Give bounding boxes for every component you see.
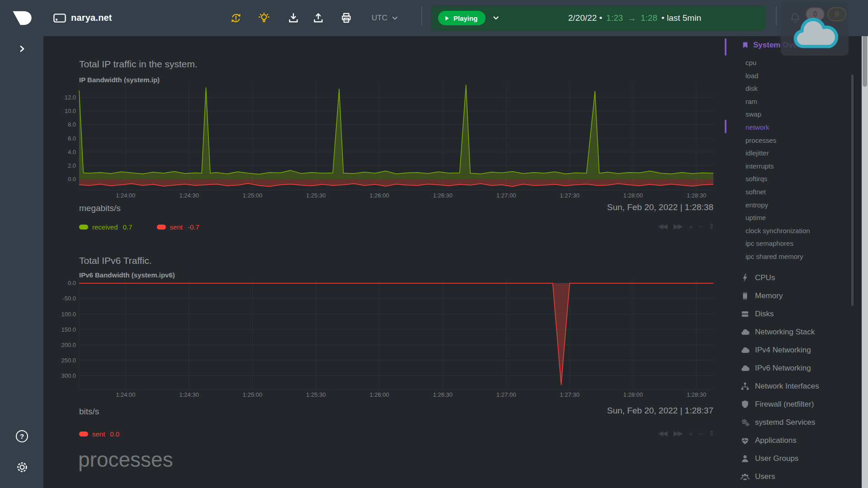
- sidebar-section-label: Users: [755, 472, 775, 481]
- svg-text:1:28:30: 1:28:30: [687, 192, 706, 199]
- svg-text:1:27:30: 1:27:30: [560, 192, 579, 199]
- chevron-down-icon: [493, 16, 499, 20]
- upload-icon[interactable]: [312, 12, 325, 24]
- sidebar-section-ipv6-networking[interactable]: IPv6 Networking: [740, 359, 819, 377]
- hostname-group[interactable]: narya.net: [53, 13, 112, 23]
- sidebar-section-firewall-netfilter-[interactable]: Firewall (netfilter): [740, 395, 819, 413]
- lightbulb-icon[interactable]: [258, 12, 270, 24]
- legend-item-sent[interactable]: sent-0.7: [157, 223, 199, 231]
- sidebar-section-user-groups[interactable]: User Groups: [740, 450, 819, 468]
- sidebar-section-cpus[interactable]: CPUs: [740, 269, 819, 287]
- sidebar-section-label: User Groups: [755, 454, 798, 463]
- skip-forward-icon[interactable]: ▶▶: [674, 429, 682, 437]
- range-start: 1:23: [606, 13, 623, 23]
- svg-text:-150.0: -150.0: [61, 326, 76, 333]
- zoom-out-icon[interactable]: −: [699, 223, 702, 230]
- sidebar-item-interrupts[interactable]: interrupts: [745, 160, 810, 173]
- zoom-in-icon[interactable]: +: [689, 223, 692, 230]
- expand-sidebar-chevron-icon[interactable]: [19, 45, 26, 52]
- sidebar-item-load[interactable]: load: [745, 70, 810, 83]
- sidebar-section-label: systemd Services: [755, 418, 815, 427]
- svg-text:1:27:00: 1:27:00: [496, 391, 516, 398]
- sidebar-section-ipv4-networking[interactable]: IPv4 Networking: [740, 341, 819, 359]
- chart-unit-label: megabits/s: [79, 203, 121, 213]
- legend-swatch: [157, 225, 166, 230]
- print-icon[interactable]: [340, 12, 353, 24]
- arrow-right-icon: →: [627, 13, 637, 23]
- svg-text:1:25:30: 1:25:30: [306, 391, 326, 398]
- settings-gear-icon[interactable]: [15, 460, 29, 474]
- sidebar-item-ipc-shared-memory[interactable]: ipc shared memory: [745, 250, 810, 263]
- sidebar-item-uptime[interactable]: uptime: [745, 211, 810, 225]
- timeframe-picker[interactable]: Playing 2/20/22 • 1:23 → 1:28 • last 5mi…: [431, 6, 765, 30]
- help-icon[interactable]: ?: [16, 430, 28, 442]
- legend-swatch: [79, 432, 88, 436]
- svg-text:-200.0: -200.0: [61, 342, 76, 348]
- svg-text:1:27:00: 1:27:00: [496, 192, 516, 199]
- heart-pulse-icon: [740, 436, 750, 446]
- ipv6-bandwidth-chart[interactable]: 0.0-50.0-100.0-150.0-200.0-250.0-300.01:…: [61, 280, 714, 399]
- active-section-accent-bar: [725, 38, 726, 56]
- sidebar-item-entropy[interactable]: entropy: [745, 199, 810, 212]
- shield-icon: [740, 399, 750, 409]
- play-state-button[interactable]: Playing: [438, 11, 486, 25]
- netdata-logo-icon[interactable]: [11, 8, 33, 28]
- sidebar-section-list: CPUsMemoryDisksNetworking StackIPv4 Netw…: [740, 269, 819, 486]
- chart-title: Total IPv6 Traffic.: [79, 255, 152, 266]
- sidebar-item-cpu[interactable]: cpu: [745, 56, 810, 70]
- sidebar-section-disks[interactable]: Disks: [740, 305, 819, 323]
- skip-backward-icon[interactable]: ◀◀: [658, 429, 667, 437]
- chart-toolbar: ◀◀▶▶+−⇕: [658, 222, 713, 230]
- zoom-out-icon[interactable]: −: [699, 430, 702, 437]
- svg-text:8.0: 8.0: [68, 121, 76, 128]
- svg-text:12.0: 12.0: [65, 94, 76, 101]
- skip-forward-icon[interactable]: ▶▶: [674, 222, 682, 230]
- sidebar-section-users[interactable]: Users: [740, 468, 819, 486]
- resize-icon[interactable]: ⇕: [708, 222, 713, 230]
- play-options-chevron[interactable]: [493, 16, 499, 20]
- sidebar-section-systemd-services[interactable]: systemd Services: [740, 413, 819, 432]
- legend-item-sent[interactable]: sent0.0: [79, 430, 119, 438]
- svg-text:1:24:30: 1:24:30: [179, 192, 199, 199]
- zoom-in-icon[interactable]: +: [689, 430, 692, 437]
- timezone-selector[interactable]: UTC: [372, 14, 398, 23]
- sidebar-section-label: Applications: [755, 436, 797, 445]
- sidebar-item-processes[interactable]: processes: [745, 134, 810, 147]
- sidebar-section-network-interfaces[interactable]: Network Interfaces: [740, 377, 819, 395]
- svg-text:1:28:00: 1:28:00: [623, 391, 643, 398]
- netdata-dashboard: narya.net: [0, 0, 868, 488]
- resize-icon[interactable]: ⇕: [708, 429, 713, 437]
- sidebar-item-ram[interactable]: ram: [745, 95, 810, 108]
- sidebar-scrollbar-thumb[interactable]: [851, 75, 854, 306]
- sidebar-item-ipc-semaphores[interactable]: ipc semaphores: [745, 237, 810, 250]
- sidebar-item-clock-synchronization[interactable]: clock synchronization: [745, 225, 810, 238]
- skip-backward-icon[interactable]: ◀◀: [658, 222, 667, 230]
- time-range-display[interactable]: 2/20/22 • 1:23 → 1:28 • last 5min: [568, 6, 701, 30]
- chart-unit-label: bits/s: [79, 407, 99, 417]
- netdata-cloud-icon[interactable]: [791, 14, 841, 51]
- svg-text:1:28:30: 1:28:30: [687, 391, 706, 398]
- sidebar-item-network[interactable]: network: [745, 121, 810, 134]
- sidebar-section-label: Network Interfaces: [755, 382, 819, 391]
- sidebar-item-softnet[interactable]: softnet: [745, 186, 810, 199]
- gears-icon: [740, 418, 750, 427]
- refresh-alert-icon[interactable]: [230, 12, 242, 24]
- timezone-label: UTC: [372, 14, 387, 23]
- sidebar-item-swap[interactable]: swap: [745, 108, 810, 121]
- play-state-label: Playing: [453, 14, 477, 22]
- ip-bandwidth-chart[interactable]: 0.02.04.06.08.010.012.01:24:001:24:301:2…: [61, 82, 714, 200]
- sidebar-item-disk[interactable]: disk: [745, 82, 810, 95]
- dashboard-menu-sidebar: System Overview cpuloaddiskramswapnetwor…: [723, 36, 852, 488]
- svg-text:4.0: 4.0: [68, 149, 76, 155]
- legend-item-received[interactable]: received0.7: [79, 223, 132, 231]
- sidebar-section-memory[interactable]: Memory: [740, 287, 819, 305]
- svg-text:1:25:30: 1:25:30: [306, 192, 326, 199]
- sidebar-item-softirqs[interactable]: softirqs: [745, 173, 810, 186]
- legend-label: received: [92, 223, 118, 231]
- sidebar-item-idlejitter[interactable]: idlejitter: [745, 147, 810, 160]
- sidebar-section-networking-stack[interactable]: Networking Stack: [740, 323, 819, 341]
- download-icon[interactable]: [287, 12, 300, 24]
- user-icon: [740, 454, 750, 464]
- chart-timestamp: Sun, Feb 20, 2022 | 1:28:38: [607, 202, 713, 212]
- sidebar-section-applications[interactable]: Applications: [740, 432, 819, 450]
